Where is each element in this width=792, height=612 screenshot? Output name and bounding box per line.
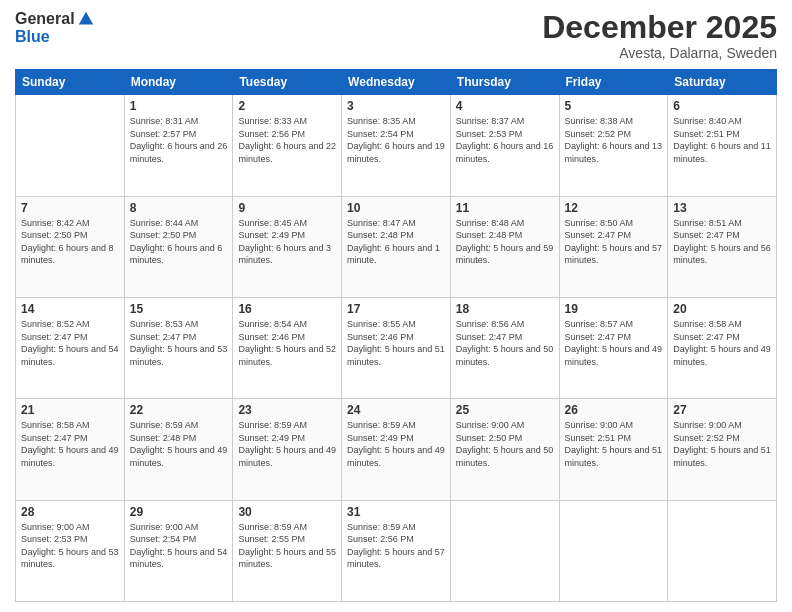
day-info: Sunrise: 8:59 AMSunset: 2:55 PMDaylight:… <box>238 521 336 571</box>
title-area: December 2025 Avesta, Dalarna, Sweden <box>542 10 777 61</box>
day-info: Sunrise: 9:00 AMSunset: 2:54 PMDaylight:… <box>130 521 228 571</box>
page: General Blue December 2025 Avesta, Dalar… <box>0 0 792 612</box>
day-number: 17 <box>347 302 445 316</box>
calendar-cell: 28Sunrise: 9:00 AMSunset: 2:53 PMDayligh… <box>16 500 125 601</box>
calendar-cell: 30Sunrise: 8:59 AMSunset: 2:55 PMDayligh… <box>233 500 342 601</box>
day-number: 8 <box>130 201 228 215</box>
calendar-cell: 24Sunrise: 8:59 AMSunset: 2:49 PMDayligh… <box>342 399 451 500</box>
day-info: Sunrise: 8:37 AMSunset: 2:53 PMDaylight:… <box>456 115 554 165</box>
day-info: Sunrise: 8:59 AMSunset: 2:56 PMDaylight:… <box>347 521 445 571</box>
calendar-cell: 5Sunrise: 8:38 AMSunset: 2:52 PMDaylight… <box>559 95 668 196</box>
day-info: Sunrise: 8:59 AMSunset: 2:49 PMDaylight:… <box>238 419 336 469</box>
calendar-cell: 8Sunrise: 8:44 AMSunset: 2:50 PMDaylight… <box>124 196 233 297</box>
logo-icon <box>77 10 95 28</box>
calendar-table: SundayMondayTuesdayWednesdayThursdayFrid… <box>15 69 777 602</box>
weekday-header-wednesday: Wednesday <box>342 70 451 95</box>
calendar-cell <box>450 500 559 601</box>
day-number: 16 <box>238 302 336 316</box>
day-info: Sunrise: 8:38 AMSunset: 2:52 PMDaylight:… <box>565 115 663 165</box>
logo-general: General <box>15 10 75 28</box>
calendar-cell: 29Sunrise: 9:00 AMSunset: 2:54 PMDayligh… <box>124 500 233 601</box>
calendar-cell: 9Sunrise: 8:45 AMSunset: 2:49 PMDaylight… <box>233 196 342 297</box>
day-info: Sunrise: 9:00 AMSunset: 2:51 PMDaylight:… <box>565 419 663 469</box>
day-info: Sunrise: 8:48 AMSunset: 2:48 PMDaylight:… <box>456 217 554 267</box>
day-number: 25 <box>456 403 554 417</box>
day-info: Sunrise: 8:59 AMSunset: 2:49 PMDaylight:… <box>347 419 445 469</box>
calendar-cell: 6Sunrise: 8:40 AMSunset: 2:51 PMDaylight… <box>668 95 777 196</box>
day-number: 4 <box>456 99 554 113</box>
day-info: Sunrise: 8:52 AMSunset: 2:47 PMDaylight:… <box>21 318 119 368</box>
day-info: Sunrise: 8:57 AMSunset: 2:47 PMDaylight:… <box>565 318 663 368</box>
day-info: Sunrise: 8:54 AMSunset: 2:46 PMDaylight:… <box>238 318 336 368</box>
day-info: Sunrise: 8:45 AMSunset: 2:49 PMDaylight:… <box>238 217 336 267</box>
calendar-cell: 14Sunrise: 8:52 AMSunset: 2:47 PMDayligh… <box>16 297 125 398</box>
location: Avesta, Dalarna, Sweden <box>542 45 777 61</box>
day-number: 1 <box>130 99 228 113</box>
calendar-cell: 4Sunrise: 8:37 AMSunset: 2:53 PMDaylight… <box>450 95 559 196</box>
calendar-cell: 13Sunrise: 8:51 AMSunset: 2:47 PMDayligh… <box>668 196 777 297</box>
day-info: Sunrise: 8:58 AMSunset: 2:47 PMDaylight:… <box>673 318 771 368</box>
calendar-cell: 18Sunrise: 8:56 AMSunset: 2:47 PMDayligh… <box>450 297 559 398</box>
day-number: 18 <box>456 302 554 316</box>
day-number: 13 <box>673 201 771 215</box>
calendar-cell <box>559 500 668 601</box>
day-number: 12 <box>565 201 663 215</box>
calendar-cell: 12Sunrise: 8:50 AMSunset: 2:47 PMDayligh… <box>559 196 668 297</box>
day-number: 7 <box>21 201 119 215</box>
calendar-cell: 20Sunrise: 8:58 AMSunset: 2:47 PMDayligh… <box>668 297 777 398</box>
calendar-cell: 3Sunrise: 8:35 AMSunset: 2:54 PMDaylight… <box>342 95 451 196</box>
day-number: 22 <box>130 403 228 417</box>
day-number: 2 <box>238 99 336 113</box>
weekday-header-friday: Friday <box>559 70 668 95</box>
day-info: Sunrise: 8:35 AMSunset: 2:54 PMDaylight:… <box>347 115 445 165</box>
calendar-cell: 26Sunrise: 9:00 AMSunset: 2:51 PMDayligh… <box>559 399 668 500</box>
month-title: December 2025 <box>542 10 777 45</box>
calendar-cell: 17Sunrise: 8:55 AMSunset: 2:46 PMDayligh… <box>342 297 451 398</box>
weekday-header-saturday: Saturday <box>668 70 777 95</box>
day-info: Sunrise: 8:33 AMSunset: 2:56 PMDaylight:… <box>238 115 336 165</box>
day-info: Sunrise: 8:53 AMSunset: 2:47 PMDaylight:… <box>130 318 228 368</box>
calendar-cell: 16Sunrise: 8:54 AMSunset: 2:46 PMDayligh… <box>233 297 342 398</box>
calendar-cell: 2Sunrise: 8:33 AMSunset: 2:56 PMDaylight… <box>233 95 342 196</box>
day-number: 15 <box>130 302 228 316</box>
day-number: 20 <box>673 302 771 316</box>
calendar-cell: 21Sunrise: 8:58 AMSunset: 2:47 PMDayligh… <box>16 399 125 500</box>
calendar-cell: 27Sunrise: 9:00 AMSunset: 2:52 PMDayligh… <box>668 399 777 500</box>
day-number: 3 <box>347 99 445 113</box>
day-number: 9 <box>238 201 336 215</box>
day-info: Sunrise: 8:58 AMSunset: 2:47 PMDaylight:… <box>21 419 119 469</box>
day-info: Sunrise: 8:31 AMSunset: 2:57 PMDaylight:… <box>130 115 228 165</box>
day-info: Sunrise: 8:40 AMSunset: 2:51 PMDaylight:… <box>673 115 771 165</box>
day-number: 30 <box>238 505 336 519</box>
calendar-cell <box>668 500 777 601</box>
day-number: 10 <box>347 201 445 215</box>
calendar-cell <box>16 95 125 196</box>
day-info: Sunrise: 8:59 AMSunset: 2:48 PMDaylight:… <box>130 419 228 469</box>
logo-blue: Blue <box>15 28 50 45</box>
day-info: Sunrise: 9:00 AMSunset: 2:53 PMDaylight:… <box>21 521 119 571</box>
day-number: 27 <box>673 403 771 417</box>
weekday-header-monday: Monday <box>124 70 233 95</box>
day-number: 29 <box>130 505 228 519</box>
day-info: Sunrise: 8:50 AMSunset: 2:47 PMDaylight:… <box>565 217 663 267</box>
calendar-cell: 7Sunrise: 8:42 AMSunset: 2:50 PMDaylight… <box>16 196 125 297</box>
day-number: 11 <box>456 201 554 215</box>
day-number: 24 <box>347 403 445 417</box>
day-number: 14 <box>21 302 119 316</box>
day-number: 21 <box>21 403 119 417</box>
calendar-cell: 1Sunrise: 8:31 AMSunset: 2:57 PMDaylight… <box>124 95 233 196</box>
day-number: 19 <box>565 302 663 316</box>
calendar-cell: 15Sunrise: 8:53 AMSunset: 2:47 PMDayligh… <box>124 297 233 398</box>
day-info: Sunrise: 8:56 AMSunset: 2:47 PMDaylight:… <box>456 318 554 368</box>
calendar-cell: 22Sunrise: 8:59 AMSunset: 2:48 PMDayligh… <box>124 399 233 500</box>
day-number: 28 <box>21 505 119 519</box>
header: General Blue December 2025 Avesta, Dalar… <box>15 10 777 61</box>
calendar-cell: 19Sunrise: 8:57 AMSunset: 2:47 PMDayligh… <box>559 297 668 398</box>
calendar-cell: 11Sunrise: 8:48 AMSunset: 2:48 PMDayligh… <box>450 196 559 297</box>
day-number: 6 <box>673 99 771 113</box>
day-info: Sunrise: 9:00 AMSunset: 2:50 PMDaylight:… <box>456 419 554 469</box>
calendar-cell: 25Sunrise: 9:00 AMSunset: 2:50 PMDayligh… <box>450 399 559 500</box>
weekday-header-thursday: Thursday <box>450 70 559 95</box>
day-info: Sunrise: 8:44 AMSunset: 2:50 PMDaylight:… <box>130 217 228 267</box>
day-info: Sunrise: 9:00 AMSunset: 2:52 PMDaylight:… <box>673 419 771 469</box>
